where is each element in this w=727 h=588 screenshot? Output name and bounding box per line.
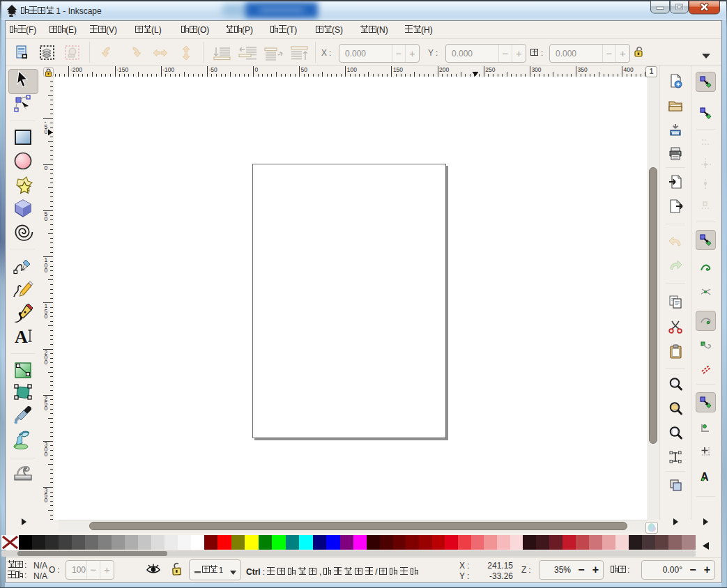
svg-text:0: 0 xyxy=(45,451,48,458)
svg-text:200: 200 xyxy=(439,66,449,73)
svg-text:0: 0 xyxy=(45,164,48,171)
svg-text:150: 150 xyxy=(393,66,403,73)
svg-text:0: 0 xyxy=(45,215,48,222)
svg-text:250: 250 xyxy=(485,66,495,73)
svg-text:400: 400 xyxy=(624,66,634,73)
svg-text:0: 0 xyxy=(45,267,48,274)
svg-text:A: A xyxy=(701,471,709,483)
svg-text:0: 0 xyxy=(45,359,48,366)
svg-text:100: 100 xyxy=(347,66,357,73)
svg-text:A: A xyxy=(15,327,28,347)
svg-text:0: 0 xyxy=(45,128,48,135)
svg-text:300: 300 xyxy=(531,66,541,73)
svg-text:-50: -50 xyxy=(208,66,217,73)
svg-text:-150: -150 xyxy=(116,66,128,73)
svg-text:0: 0 xyxy=(255,66,259,73)
svg-text:-200: -200 xyxy=(70,66,82,73)
svg-text:0: 0 xyxy=(45,497,48,504)
svg-text:50: 50 xyxy=(301,66,308,73)
svg-text:0: 0 xyxy=(45,405,48,412)
svg-text:350: 350 xyxy=(578,66,588,73)
svg-text:-100: -100 xyxy=(162,66,174,73)
svg-text:0: 0 xyxy=(45,313,48,320)
